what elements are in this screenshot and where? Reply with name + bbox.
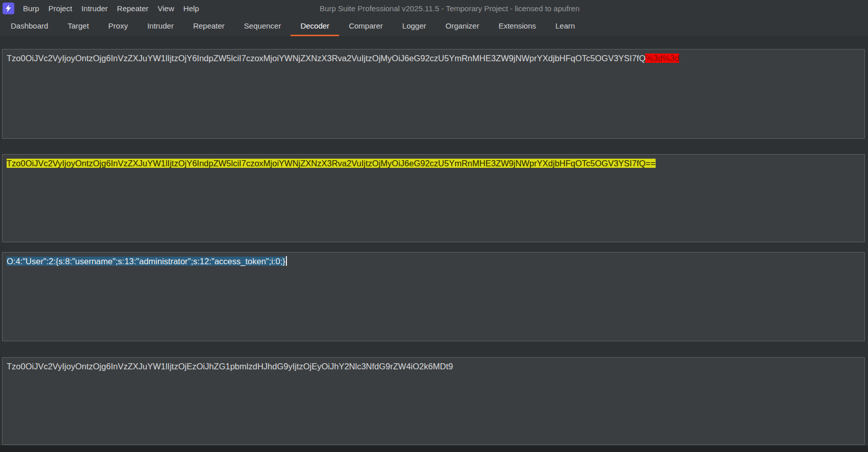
tab-organizer[interactable]: Organizer bbox=[436, 17, 489, 36]
burp-ai-icon[interactable] bbox=[3, 3, 14, 14]
tab-intruder[interactable]: Intruder bbox=[137, 17, 183, 36]
menu-item-repeater[interactable]: Repeater bbox=[112, 0, 153, 17]
tab-comparer[interactable]: Comparer bbox=[339, 17, 393, 36]
tab-extensions[interactable]: Extensions bbox=[489, 17, 545, 36]
bottom-strip bbox=[0, 445, 868, 452]
tab-sequencer[interactable]: Sequencer bbox=[234, 17, 291, 36]
decoder-panel-base64-decoded-url[interactable]: Tzo0OiJVc2VyIjoyOntzOjg6InVzZXJuYW1lIjtz… bbox=[2, 154, 865, 242]
tab-proxy[interactable]: Proxy bbox=[99, 17, 137, 36]
tab-dashboard[interactable]: Dashboard bbox=[1, 17, 58, 36]
decoder-panel-serialized-object-edited[interactable]: O:4:"User":2:{s:8:"username";s:13:"admin… bbox=[2, 252, 865, 341]
text-segment-red: %3d%3d bbox=[645, 54, 679, 63]
window-title: Burp Suite Professional v2025.11.5 - Tem… bbox=[320, 0, 580, 17]
decoder-panel-url-encoded-input[interactable]: Tzo0OiJVc2VyIjoyOntzOjg6InVzZXJuYW1lIjtz… bbox=[2, 49, 865, 139]
text-segment-none: Tzo0OiJVc2VyIjoyOntzOjg6InVzZXJuYW1lIjtz… bbox=[7, 54, 645, 63]
decoder-content: Tzo0OiJVc2VyIjoyOntzOjg6InVzZXJuYW1lIjtz… bbox=[0, 49, 868, 445]
tab-logger[interactable]: Logger bbox=[393, 17, 436, 36]
tab-decoder[interactable]: Decoder bbox=[291, 17, 339, 36]
menu-bar: BurpProjectIntruderRepeaterViewHelp Burp… bbox=[0, 0, 868, 17]
tab-learn[interactable]: Learn bbox=[546, 17, 585, 36]
menu-item-burp[interactable]: Burp bbox=[18, 0, 44, 17]
lightning-bolt-icon bbox=[5, 5, 12, 12]
menu-item-project[interactable]: Project bbox=[44, 0, 77, 17]
text-caret bbox=[286, 256, 287, 266]
menu-item-help[interactable]: Help bbox=[179, 0, 204, 17]
menu-items: BurpProjectIntruderRepeaterViewHelp bbox=[18, 0, 204, 17]
text-segment-none: Tzo0OiJVc2VyIjoyOntzOjg6InVzZXJuYW1lIjtz… bbox=[7, 362, 453, 371]
decoder-panel-base64-encoded-output[interactable]: Tzo0OiJVc2VyIjoyOntzOjg6InVzZXJuYW1lIjtz… bbox=[2, 357, 865, 445]
menu-item-view[interactable]: View bbox=[153, 0, 179, 17]
text-segment-yellow: Tzo0OiJVc2VyIjoyOntzOjg6InVzZXJuYW1lIjtz… bbox=[7, 159, 656, 168]
text-segment-selection: O:4:"User":2:{s:8:"username";s:13:"admin… bbox=[7, 257, 285, 266]
menu-item-intruder[interactable]: Intruder bbox=[77, 0, 112, 17]
tab-repeater[interactable]: Repeater bbox=[183, 17, 234, 36]
tab-target[interactable]: Target bbox=[58, 17, 99, 36]
main-tab-bar: DashboardTargetProxyIntruderRepeaterSequ… bbox=[0, 17, 868, 37]
